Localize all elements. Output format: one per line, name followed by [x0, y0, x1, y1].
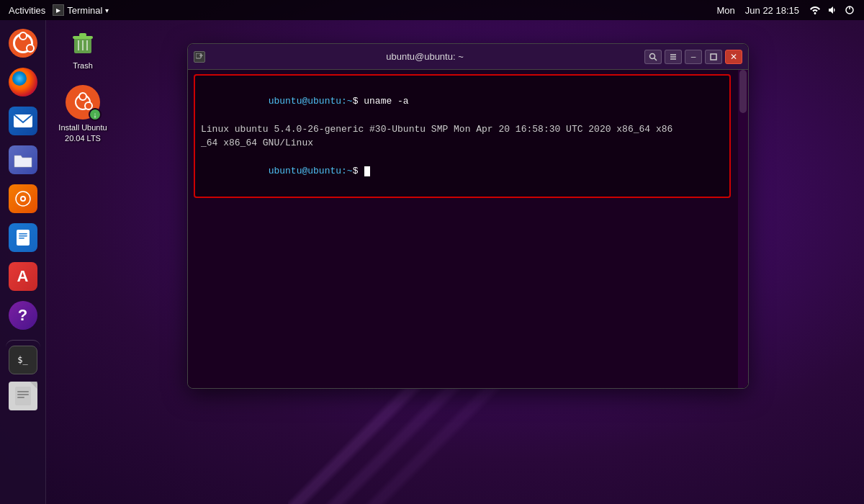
ubuntu-install-label: Install Ubuntu 20.04 LTS [58, 122, 107, 143]
terminal-cursor [364, 166, 370, 176]
ubuntu-install-icon-wrap: ↓ [66, 85, 100, 120]
trash-svg-icon [70, 30, 96, 56]
terminal-titlebar: ubuntu@ubuntu: ~ – [188, 44, 748, 70]
titlebar-new-tab-button[interactable] [194, 51, 205, 63]
dock-item-files[interactable] [6, 143, 40, 177]
close-icon: ✕ [730, 52, 737, 62]
svg-point-23 [650, 53, 655, 58]
svg-rect-11 [17, 391, 29, 392]
power-icon [844, 4, 855, 16]
terminal-line-1: ubuntu@ubuntu:~$ uname -a [201, 80, 724, 122]
svg-line-24 [654, 58, 657, 60]
desktop-icon-trash[interactable]: Trash [54, 29, 112, 71]
svg-point-5 [22, 197, 24, 200]
firefox-icon [9, 68, 37, 96]
dock-item-appstore[interactable]: A [6, 259, 40, 294]
prompt-1: ubuntu@ubuntu: [269, 96, 347, 107]
terminal-body[interactable]: ubuntu@ubuntu:~$ uname -a Linux ubuntu 5… [188, 70, 748, 388]
dock-item-firefox[interactable] [6, 65, 40, 99]
close-button[interactable]: ✕ [725, 50, 742, 64]
network-icon [809, 4, 821, 16]
dock-item-ubuntu[interactable] [6, 26, 40, 60]
terminal-dock-icon: $_ [9, 346, 37, 374]
install-overlay-icon: ↓ [89, 108, 102, 121]
topbar-left: Activities ▶ Terminal ▾ [9, 4, 109, 16]
topbar-datetime: Jun 22 18:15 [745, 5, 799, 16]
terminal-title: ubuntu@ubuntu: ~ [205, 51, 644, 62]
rhythmbox-icon [9, 184, 37, 213]
hamburger-icon [669, 53, 678, 61]
terminal-scrollbar-thumb [739, 70, 747, 113]
titlebar-right: – ✕ [644, 50, 742, 64]
topbar-terminal-menu[interactable]: ▶ Terminal ▾ [53, 4, 109, 16]
ubuntu-logo-icon [9, 29, 37, 58]
topbar-right: Mon Jun 22 18:15 [717, 4, 855, 16]
svg-rect-7 [19, 233, 27, 235]
help-icon: ? [9, 301, 37, 330]
topbar-system-icons[interactable] [809, 4, 855, 16]
terminal-menu-icon: ▶ [53, 4, 64, 16]
desktop-icons: Trash ↓ Install Ubuntu 20.04 LTS [54, 29, 112, 143]
minimize-button[interactable]: – [685, 50, 702, 64]
prompt-2: ubuntu@ubuntu: [269, 166, 347, 176]
terminal-output: ubuntu@ubuntu:~$ uname -a Linux ubuntu 5… [188, 70, 737, 388]
minimize-icon: – [691, 52, 696, 62]
document-icon [15, 228, 31, 247]
topbar: Activities ▶ Terminal ▾ Mon Jun 22 18:15 [0, 0, 864, 20]
terminal-menu-chevron: ▾ [105, 6, 109, 14]
titlebar-left [194, 51, 205, 63]
svg-rect-8 [19, 235, 27, 237]
envelope-icon [14, 114, 32, 127]
terminal-line-2: Linux ubuntu 5.4.0-26-generic #30-Ubuntu… [201, 122, 724, 137]
svg-rect-12 [17, 394, 29, 395]
dock-item-mail[interactable] [6, 104, 40, 138]
terminal-highlight-box: ubuntu@ubuntu:~$ uname -a Linux ubuntu 5… [194, 74, 731, 198]
trash-label: Trash [73, 60, 93, 71]
mail-icon [9, 107, 37, 135]
svg-rect-9 [19, 238, 24, 239]
dock-item-terminal[interactable]: $_ [6, 340, 40, 374]
activities-button[interactable]: Activities [9, 5, 45, 16]
appstore-icon: A [9, 262, 37, 291]
desktop-icon-ubuntu-install[interactable]: ↓ Install Ubuntu 20.04 LTS [54, 85, 112, 143]
new-tab-icon [196, 53, 203, 60]
maximize-icon [710, 53, 717, 60]
svg-rect-16 [79, 33, 86, 37]
file-sheet-icon [14, 386, 32, 406]
svg-rect-13 [17, 397, 24, 398]
dock-item-writer[interactable] [6, 220, 40, 255]
trash-icon [68, 29, 97, 58]
search-icon [649, 53, 657, 61]
writer-icon [9, 223, 37, 252]
dock-item-file-manager[interactable] [6, 379, 40, 413]
maximize-button[interactable] [705, 50, 722, 64]
dock-item-help[interactable]: ? [6, 298, 40, 333]
file-doc-icon [9, 382, 37, 410]
terminal-line-4: ubuntu@ubuntu:~$ [201, 150, 724, 193]
dock-item-rhythmbox[interactable] [6, 181, 40, 216]
folder-icon [14, 152, 32, 168]
search-button[interactable] [644, 50, 662, 64]
svg-rect-28 [711, 54, 716, 60]
volume-icon [827, 4, 838, 16]
desktop: Activities ▶ Terminal ▾ Mon Jun 22 18:15 [0, 0, 864, 504]
svg-rect-10 [15, 387, 31, 405]
menu-button[interactable] [665, 50, 682, 64]
files-icon [9, 145, 37, 174]
dock: A ? $_ [0, 20, 46, 504]
terminal-line-3: _64 x86_64 GNU/Linux [201, 136, 724, 150]
terminal-window: ubuntu@ubuntu: ~ – [187, 43, 749, 389]
music-note-icon [14, 190, 32, 207]
topbar-day: Mon [717, 5, 735, 16]
terminal-scrollbar[interactable] [738, 70, 748, 388]
